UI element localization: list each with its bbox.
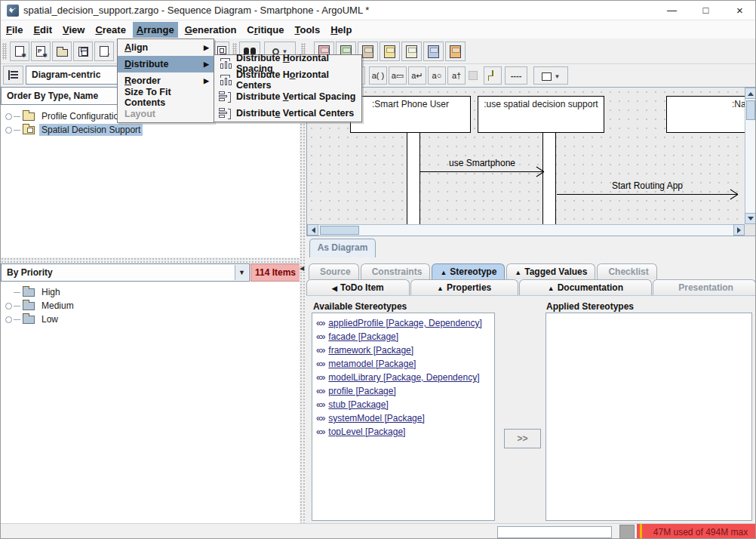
menu-help[interactable]: Help — [327, 22, 355, 38]
new-state-diagram-button[interactable] — [380, 42, 400, 61]
stereotype-link[interactable]: appliedProfile [Package, Dependency] — [328, 318, 481, 328]
stereotype-link[interactable]: stub [Package] — [328, 399, 388, 410]
menu-critique[interactable]: Critique — [243, 22, 287, 38]
stereotype-link[interactable]: metamodel [Package] — [328, 359, 416, 369]
stereotype-link[interactable]: framework [Package] — [328, 345, 413, 356]
menu-bar: File Edit View Create Arrange Generation… — [1, 20, 756, 38]
shape-dropdown-button[interactable]: ▼ — [533, 66, 568, 85]
menu-item-align[interactable]: Align ▶ — [118, 39, 214, 56]
expander-icon[interactable] — [5, 316, 12, 323]
menu-item-distribute-vertical-centers[interactable]: Distribute Vertical Centers — [214, 105, 361, 122]
save-project-button[interactable] — [73, 42, 93, 61]
stereotype-link[interactable]: modelLibrary [Package, Dependency] — [328, 372, 479, 383]
lifeline-smart-phone-user[interactable]: :Smart Phone User — [350, 96, 471, 133]
new-deployment-diagram-button[interactable] — [445, 42, 466, 61]
stereotype-link[interactable]: systemModel [Package] — [328, 413, 424, 424]
toolbar-grip[interactable] — [2, 43, 7, 60]
add-send-action-button[interactable]: a○ — [428, 66, 446, 85]
menu-item-distribute-vertical-spacing[interactable]: Distribute Vertical Spacing — [214, 88, 361, 105]
tab-todo-item[interactable]: ◀ToDo Item — [306, 279, 410, 295]
combo-arrow-icon[interactable]: ▼ — [235, 265, 248, 280]
message-line[interactable] — [557, 194, 738, 195]
menu-edit[interactable]: Edit — [29, 22, 56, 38]
stereotype-list-item[interactable]: «»stub [Package] — [312, 398, 494, 411]
stereotype-list-item[interactable]: «»appliedProfile [Package, Dependency] — [312, 316, 494, 330]
tree-item-low[interactable]: Low — [1, 313, 300, 326]
stereotype-link[interactable]: profile [Package] — [328, 386, 395, 396]
applied-stereotypes-list[interactable] — [545, 313, 752, 521]
expander-icon[interactable] — [5, 113, 12, 120]
tab-as-diagram[interactable]: As Diagram — [309, 239, 376, 257]
open-project-button[interactable] — [52, 42, 72, 61]
menu-item-size-to-fit-contents[interactable]: Size To Fit Contents — [118, 89, 214, 106]
stereotype-list-item[interactable]: «»topLevel [Package] — [312, 425, 494, 439]
add-note-button[interactable] — [484, 66, 502, 85]
stereotype-list-item[interactable]: «»framework [Package] — [312, 343, 494, 357]
tab-properties[interactable]: ▲Properties — [410, 279, 518, 295]
lifeline-use-spatial-decision-support[interactable]: :use spatial decision support — [478, 96, 604, 133]
perspective-config-button[interactable] — [3, 66, 23, 85]
menu-item-distribute-horizontal-centers[interactable]: Distribute Horizontal Centers — [214, 72, 361, 88]
vertical-splitter[interactable]: ◀ — [300, 87, 306, 523]
tab-constraints[interactable]: Constraints — [361, 263, 431, 279]
scroll-up-button[interactable] — [745, 88, 756, 99]
detail-tab-row-1: Source Constraints ▲Stereotype ▲Tagged V… — [309, 263, 659, 279]
todo-filter-combobox[interactable]: By Priority ▼ — [1, 263, 250, 282]
new-project-button[interactable]: ✱ — [10, 42, 29, 61]
horizontal-scroll-thumb[interactable] — [320, 226, 359, 235]
scroll-down-button[interactable] — [745, 213, 756, 224]
vertical-scrollbar[interactable] — [745, 88, 756, 224]
minimize-button[interactable]: — — [655, 1, 689, 20]
sequence-diagram-canvas[interactable]: :Smart Phone User :use spatial decision … — [307, 88, 745, 224]
tree-item-medium[interactable]: Medium — [1, 299, 300, 313]
menu-view[interactable]: View — [59, 22, 88, 38]
add-call-action-button[interactable]: a( ) — [369, 66, 387, 85]
lifeline-nav[interactable]: :Nav — [666, 96, 745, 133]
new-sequence-diagram-button[interactable] — [423, 42, 444, 61]
add-destroy-action-button[interactable]: a† — [447, 66, 466, 85]
tree-item-spatial-decision-support[interactable]: Spatial Decision Support — [1, 123, 300, 137]
tab-checklist[interactable]: Checklist — [597, 263, 656, 279]
add-comment-link-button[interactable]: ---- — [505, 66, 527, 85]
collapse-arrow-icon[interactable]: ◀ — [300, 265, 304, 272]
tab-documentation[interactable]: ▲Documentation — [519, 279, 653, 295]
menu-tools[interactable]: Tools — [290, 22, 324, 38]
stereotype-list-item[interactable]: «»metamodel [Package] — [312, 357, 494, 371]
menu-file[interactable]: File — [2, 22, 26, 38]
stereotype-link[interactable]: topLevel [Package] — [328, 427, 405, 437]
vertical-scroll-thumb[interactable] — [746, 100, 755, 120]
add-create-action-button[interactable]: a▭ — [389, 66, 407, 85]
activation-bar[interactable] — [407, 133, 420, 224]
scroll-right-button[interactable] — [733, 224, 745, 236]
message-label[interactable]: Start Routing App — [557, 180, 738, 191]
expander-icon[interactable] — [5, 127, 12, 134]
close-button[interactable]: × — [723, 1, 756, 20]
tab-tagged-values[interactable]: ▲Tagged Values — [506, 263, 595, 279]
menu-create[interactable]: Create — [91, 22, 129, 38]
scroll-left-button[interactable] — [307, 224, 318, 236]
stereotype-list-item[interactable]: «»modelLibrary [Package, Dependency] — [312, 371, 494, 384]
maximize-button[interactable]: □ — [689, 1, 723, 20]
menu-item-distribute[interactable]: Distribute ▶ — [118, 56, 214, 72]
expander-icon[interactable] — [5, 303, 12, 310]
message-label[interactable]: use Smartphone — [420, 158, 544, 168]
message-line[interactable] — [420, 171, 544, 172]
add-return-action-button[interactable]: a↵ — [408, 66, 426, 85]
stereotype-list-item[interactable]: «»systemModel [Package] — [312, 411, 494, 425]
print-button[interactable]: ✓ — [94, 42, 114, 61]
horizontal-splitter[interactable] — [1, 257, 300, 263]
tree-item-high[interactable]: High — [1, 285, 300, 299]
menu-generation[interactable]: Generation — [181, 22, 241, 38]
tab-presentation[interactable]: Presentation — [653, 279, 756, 295]
stereotype-list-item[interactable]: «»facade [Package] — [312, 330, 494, 343]
stereotype-link[interactable]: facade [Package] — [328, 331, 398, 342]
horizontal-scrollbar[interactable] — [307, 224, 745, 236]
apply-stereotype-button[interactable]: >> — [504, 429, 541, 448]
tab-source[interactable]: Source — [309, 263, 359, 279]
tab-stereotype[interactable]: ▲Stereotype — [432, 263, 505, 279]
stereotype-list-item[interactable]: «»profile [Package] — [312, 384, 494, 398]
new-activity-diagram-button[interactable] — [401, 42, 422, 61]
new-model-button[interactable]: P✱ — [31, 42, 51, 61]
activation-bar[interactable] — [542, 133, 556, 224]
menu-arrange[interactable]: Arrange — [133, 22, 178, 38]
